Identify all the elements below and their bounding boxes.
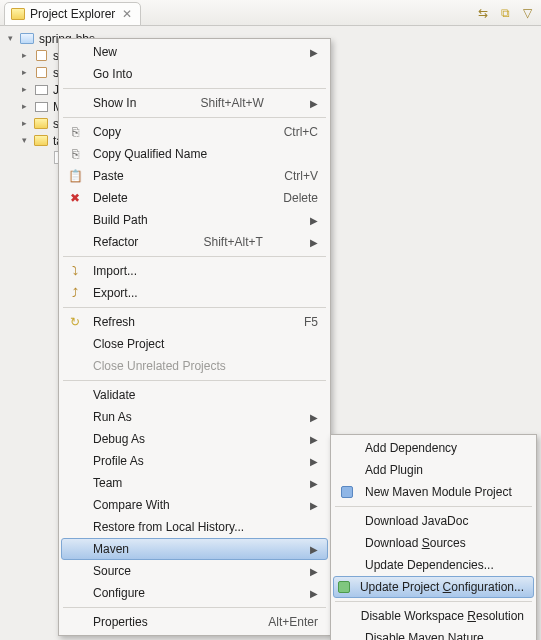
- menu-item-disable-maven-nature[interactable]: Disable Maven Nature: [333, 627, 534, 640]
- menu-item-maven[interactable]: Maven▶: [61, 538, 328, 560]
- spacer: [38, 153, 47, 162]
- context-menu-maven: Add Dependency Add Plugin New Maven Modu…: [330, 434, 537, 640]
- menu-item-source[interactable]: Source▶: [61, 560, 328, 582]
- menu-item-download-javadoc[interactable]: Download JavaDoc: [333, 510, 534, 532]
- separator: [63, 117, 326, 118]
- folder-icon: [33, 134, 49, 148]
- menu-item-refresh[interactable]: ↻RefreshF5: [61, 311, 328, 333]
- menu-item-add-dependency[interactable]: Add Dependency: [333, 437, 534, 459]
- package-folder-icon: [33, 49, 49, 63]
- menu-item-compare-with[interactable]: Compare With▶: [61, 494, 328, 516]
- submenu-arrow-icon: ▶: [304, 237, 318, 248]
- submenu-arrow-icon: ▶: [286, 215, 318, 226]
- separator: [63, 88, 326, 89]
- maven-module-icon: [337, 484, 357, 500]
- refresh-icon: ↻: [65, 314, 85, 330]
- submenu-arrow-icon: ▶: [286, 588, 318, 599]
- expander-icon[interactable]: ▸: [20, 119, 29, 128]
- menu-item-run-as[interactable]: Run As▶: [61, 406, 328, 428]
- context-menu-main: New▶ Go Into Show InShift+Alt+W▶ ⎘CopyCt…: [58, 38, 331, 636]
- menu-item-refactor[interactable]: RefactorShift+Alt+T▶: [61, 231, 328, 253]
- separator: [63, 607, 326, 608]
- submenu-arrow-icon: ▶: [286, 566, 318, 577]
- menu-item-new[interactable]: New▶: [61, 41, 328, 63]
- close-icon[interactable]: ✕: [122, 7, 132, 21]
- project-explorer-tab[interactable]: Project Explorer ✕: [4, 2, 141, 26]
- jre-library-icon: [33, 100, 49, 114]
- menu-item-copy[interactable]: ⎘CopyCtrl+C: [61, 121, 328, 143]
- menu-item-export[interactable]: ⤴Export...: [61, 282, 328, 304]
- menu-item-show-in[interactable]: Show InShift+Alt+W▶: [61, 92, 328, 114]
- submenu-arrow-icon: ▶: [286, 544, 318, 555]
- menu-item-delete[interactable]: ✖DeleteDelete: [61, 187, 328, 209]
- expander-icon[interactable]: ▸: [20, 85, 29, 94]
- view-menu-icon[interactable]: ▽: [519, 5, 535, 21]
- menu-item-copy-qualified-name[interactable]: ⎘Copy Qualified Name: [61, 143, 328, 165]
- menu-item-restore-history[interactable]: Restore from Local History...: [61, 516, 328, 538]
- menu-item-profile-as[interactable]: Profile As▶: [61, 450, 328, 472]
- import-icon: ⤵: [65, 263, 85, 279]
- link-with-editor-icon[interactable]: ⇆: [475, 5, 491, 21]
- menu-item-configure[interactable]: Configure▶: [61, 582, 328, 604]
- jre-library-icon: [33, 83, 49, 97]
- separator: [63, 256, 326, 257]
- copy-icon: ⎘: [65, 124, 85, 140]
- menu-item-disable-workspace-resolution[interactable]: Disable Workspace Resolution: [333, 605, 534, 627]
- menu-item-go-into[interactable]: Go Into: [61, 63, 328, 85]
- submenu-arrow-icon: ▶: [286, 412, 318, 423]
- menu-item-properties[interactable]: PropertiesAlt+Enter: [61, 611, 328, 633]
- menu-item-new-maven-module[interactable]: New Maven Module Project: [333, 481, 534, 503]
- menu-item-update-project-configuration[interactable]: Update Project Configuration...: [333, 576, 534, 598]
- submenu-arrow-icon: ▶: [286, 47, 318, 58]
- delete-icon: ✖: [65, 190, 85, 206]
- package-folder-icon: [33, 66, 49, 80]
- menu-item-import[interactable]: ⤵Import...: [61, 260, 328, 282]
- menu-item-team[interactable]: Team▶: [61, 472, 328, 494]
- blank-icon: [65, 44, 85, 60]
- separator: [335, 506, 532, 507]
- copy-icon: ⎘: [65, 146, 85, 162]
- collapse-all-icon[interactable]: ⧉: [497, 5, 513, 21]
- export-icon: ⤴: [65, 285, 85, 301]
- menu-item-debug-as[interactable]: Debug As▶: [61, 428, 328, 450]
- expander-icon[interactable]: ▸: [20, 51, 29, 60]
- menu-item-update-dependencies[interactable]: Update Dependencies...: [333, 554, 534, 576]
- project-icon: [19, 32, 35, 46]
- menu-item-paste[interactable]: 📋PasteCtrl+V: [61, 165, 328, 187]
- submenu-arrow-icon: ▶: [286, 500, 318, 511]
- menu-item-build-path[interactable]: Build Path▶: [61, 209, 328, 231]
- separator: [63, 307, 326, 308]
- submenu-arrow-icon: ▶: [286, 434, 318, 445]
- view-toolbar: ⇆ ⧉ ▽: [475, 5, 541, 21]
- menu-item-download-sources[interactable]: Download Sources: [333, 532, 534, 554]
- separator: [335, 601, 532, 602]
- menu-item-close-project[interactable]: Close Project: [61, 333, 328, 355]
- paste-icon: 📋: [65, 168, 85, 184]
- expander-icon[interactable]: ▾: [6, 34, 15, 43]
- expander-icon[interactable]: ▸: [20, 68, 29, 77]
- menu-item-add-plugin[interactable]: Add Plugin: [333, 459, 534, 481]
- expander-icon[interactable]: ▸: [20, 102, 29, 111]
- folder-icon: [33, 117, 49, 131]
- submenu-arrow-icon: ▶: [286, 478, 318, 489]
- menu-item-close-unrelated: Close Unrelated Projects: [61, 355, 328, 377]
- separator: [63, 380, 326, 381]
- submenu-arrow-icon: ▶: [304, 98, 318, 109]
- expander-icon[interactable]: ▾: [20, 136, 29, 145]
- submenu-arrow-icon: ▶: [286, 456, 318, 467]
- tab-title: Project Explorer: [30, 7, 115, 21]
- view-tabbar: Project Explorer ✕ ⇆ ⧉ ▽: [0, 0, 541, 26]
- folder-icon: [11, 8, 25, 20]
- menu-item-validate[interactable]: Validate: [61, 384, 328, 406]
- update-config-icon: [337, 579, 352, 595]
